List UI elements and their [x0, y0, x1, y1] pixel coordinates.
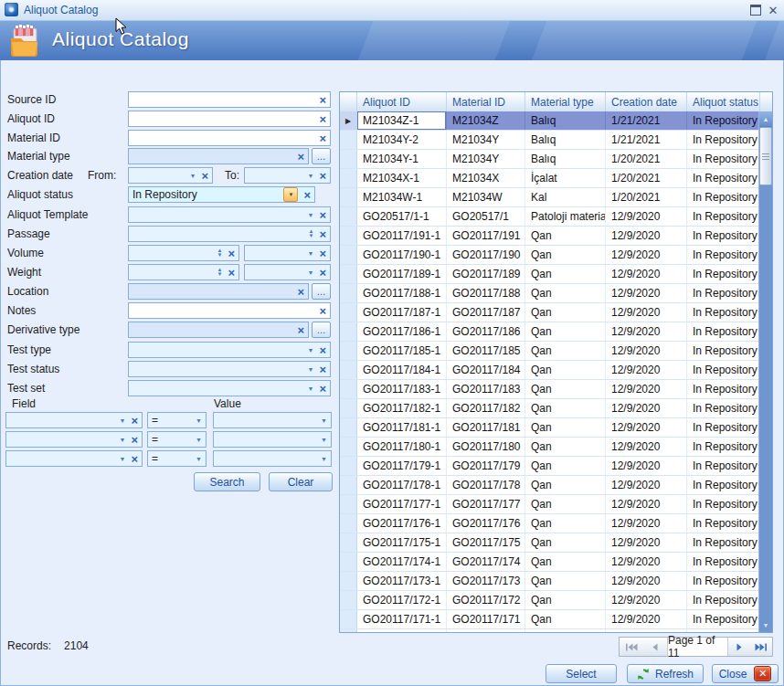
cell[interactable]: 12/9/2020 [606, 476, 687, 494]
cell[interactable]: Qan [525, 246, 606, 264]
custom-field-combo-1[interactable]: ▼ × [5, 412, 143, 428]
cell[interactable]: GO20117/173 [447, 572, 525, 590]
cell[interactable]: Qan [525, 629, 606, 632]
chevron-down-icon[interactable]: ▼ [321, 437, 327, 443]
cell[interactable]: M21034Y-2 [357, 131, 447, 149]
cell[interactable]: GO20117/173-1 [357, 572, 447, 590]
cell[interactable]: In Repository [687, 169, 759, 187]
chevron-down-icon[interactable]: ▼ [307, 212, 313, 218]
cell[interactable]: GO20117/176 [447, 514, 525, 533]
row-indicator[interactable] [340, 629, 357, 632]
cell[interactable]: Qan [525, 227, 606, 245]
row-indicator[interactable] [340, 591, 357, 609]
cell[interactable]: Qan [525, 610, 606, 628]
clear-icon[interactable]: × [319, 248, 326, 259]
custom-field-combo-3[interactable]: ▼ × [5, 450, 143, 467]
cell[interactable]: In Repository [687, 150, 759, 168]
cell[interactable]: In Repository [687, 533, 759, 552]
cell[interactable]: GO20117/177 [447, 495, 525, 513]
column-header[interactable]: Aliquot status [687, 92, 760, 111]
maximize-button[interactable] [748, 3, 763, 17]
column-header[interactable]: Creation date [606, 92, 687, 111]
chevron-down-icon[interactable]: ▼ [307, 250, 313, 257]
table-row[interactable]: GO20117/184-1GO20117/184Qan12/9/2020In R… [340, 361, 759, 380]
cell[interactable]: 12/9/2020 [606, 380, 687, 398]
cell[interactable]: Qan [525, 303, 606, 322]
cell[interactable]: GO20117/189 [447, 265, 525, 283]
cell[interactable]: M21034W [447, 188, 525, 206]
custom-value-combo-2[interactable]: ▼ [213, 431, 332, 448]
table-row[interactable]: GO20117/178-1GO20117/178Qan12/9/2020In R… [340, 476, 759, 495]
cell[interactable]: 1/21/2021 [606, 111, 687, 130]
custom-operator-combo-1[interactable]: = ▼ [147, 412, 207, 428]
table-row[interactable]: GO20117/188-1GO20117/188Qan12/9/2020In R… [340, 284, 759, 303]
row-indicator[interactable] [340, 610, 357, 628]
cell[interactable]: 1/20/2021 [606, 150, 687, 168]
clear-icon[interactable]: × [319, 132, 326, 144]
table-row[interactable]: ▶M21034Z-1M21034ZBalıq1/21/2021In Reposi… [340, 111, 759, 131]
cell[interactable]: Qan [525, 361, 606, 379]
table-row[interactable]: M21034W-1M21034WKal1/20/2021In Repositor… [340, 188, 759, 207]
cell[interactable]: 12/9/2020 [606, 361, 687, 379]
cell[interactable]: Qan [525, 265, 606, 283]
clear-icon[interactable]: × [319, 344, 326, 356]
cell[interactable]: Qan [525, 342, 606, 360]
custom-operator-combo-3[interactable]: = ▼ [147, 450, 207, 467]
clear-icon[interactable]: × [297, 151, 304, 163]
cell[interactable]: 12/9/2020 [606, 457, 687, 475]
passage-spinner[interactable]: ▲▼ × [128, 226, 331, 242]
custom-value-combo-1[interactable]: ▼ [213, 412, 332, 428]
creation-date-from-input[interactable]: ▼ × [128, 167, 213, 184]
cell[interactable]: GO20117/191 [447, 227, 525, 245]
row-indicator[interactable] [340, 476, 357, 494]
cell[interactable]: 12/9/2020 [606, 629, 687, 632]
cell[interactable]: GO20117/182 [447, 399, 525, 417]
cell[interactable]: 12/9/2020 [606, 514, 687, 533]
cell[interactable]: In Repository [687, 572, 759, 590]
cell[interactable]: GO20117/187-1 [357, 303, 447, 322]
aliquot-status-combo[interactable]: In Repository ▼ × [128, 186, 315, 203]
cell[interactable]: GO20117/171 [447, 610, 525, 628]
table-row[interactable]: GO20117/183-1GO20117/183Qan12/9/2020In R… [340, 380, 759, 399]
cell[interactable]: 12/9/2020 [606, 399, 687, 417]
cell[interactable]: GO20117/186 [447, 322, 525, 341]
chevron-down-icon[interactable]: ▼ [307, 173, 313, 179]
cell[interactable]: 12/9/2020 [606, 610, 687, 628]
cell[interactable]: In Repository [687, 322, 759, 341]
cell[interactable]: 12/9/2020 [606, 207, 687, 226]
weight-unit-combo[interactable]: ▼ × [244, 264, 331, 280]
cell[interactable]: GO20117/178-1 [357, 476, 447, 494]
cell[interactable]: GO20117/177-1 [357, 495, 447, 513]
clear-icon[interactable]: × [319, 364, 326, 375]
cell[interactable]: Qan [525, 476, 606, 494]
cell[interactable]: GO20117/183 [447, 380, 525, 398]
volume-spinner[interactable]: ▲▼ × [128, 245, 239, 261]
cell[interactable]: In Repository [687, 553, 759, 571]
cell[interactable]: GO20117/181 [447, 418, 525, 437]
cell[interactable]: Qan [525, 553, 606, 571]
cell[interactable]: In Repository [687, 111, 759, 130]
cell[interactable]: GO20117/170 [447, 629, 525, 632]
cell[interactable]: In Repository [687, 227, 759, 245]
table-row[interactable]: GO20117/191-1GO20117/191Qan12/9/2020In R… [340, 227, 759, 246]
clear-icon[interactable]: × [319, 383, 326, 395]
cell[interactable]: GO20117/187 [447, 303, 525, 322]
cell[interactable]: Qan [525, 284, 606, 302]
chevron-down-icon[interactable]: ▼ [321, 456, 327, 462]
table-row[interactable]: GO20117/181-1GO20117/181Qan12/9/2020In R… [340, 418, 759, 438]
vertical-scrollbar[interactable]: ▲ ▼ [758, 111, 772, 632]
table-row[interactable]: GO20117/179-1GO20117/179Qan12/9/2020In R… [340, 457, 759, 476]
cell[interactable]: Qan [525, 572, 606, 590]
cell[interactable]: In Repository [687, 438, 759, 456]
material-type-input[interactable]: × [128, 148, 309, 164]
clear-button[interactable]: Clear [269, 472, 333, 491]
cell[interactable]: M21034X [447, 169, 525, 187]
cell[interactable]: In Repository [687, 265, 759, 283]
pager-next-button[interactable] [728, 638, 750, 656]
table-row[interactable]: M21034X-1M21034Xİçalat1/20/2021In Reposi… [340, 169, 759, 188]
derivative-type-browse-button[interactable]: … [312, 322, 331, 338]
clear-icon[interactable]: × [319, 267, 326, 279]
cell[interactable]: GO20117/184 [447, 361, 525, 379]
test-set-combo[interactable]: ▼ × [128, 380, 331, 396]
cell[interactable]: M21034Y-1 [357, 150, 447, 168]
